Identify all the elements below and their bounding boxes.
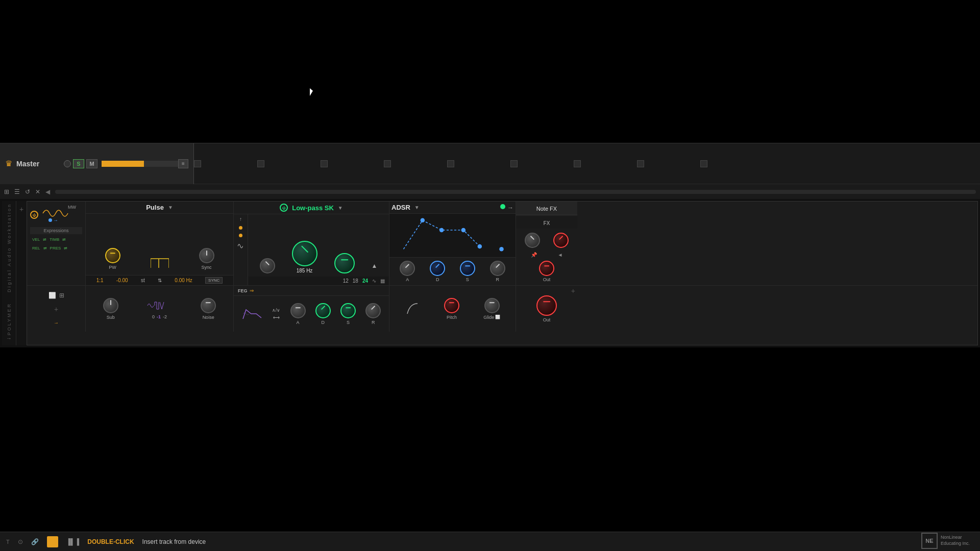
status-icon-t[interactable]: T [6, 539, 10, 545]
sidebar-icon-arrow[interactable]: → [6, 335, 12, 341]
sub-knob[interactable] [103, 298, 118, 313]
pres-label: PRES [50, 246, 61, 251]
db-24-label[interactable]: 24 [362, 278, 368, 284]
adsr-graph-svg [389, 214, 516, 255]
pulse-dropdown-icon[interactable]: ▼ [168, 205, 173, 210]
horizontal-scrollbar[interactable] [55, 190, 976, 194]
record-button[interactable] [64, 160, 71, 167]
osc-power-button[interactable]: ⏻ [30, 211, 38, 219]
feg-d-knob[interactable] [315, 303, 331, 318]
filter-power-button[interactable]: ⏻ [280, 204, 288, 212]
fx-knob1-container [525, 233, 540, 248]
adsr-route-controls: → [500, 204, 513, 211]
volume-fill [102, 161, 144, 167]
solo-button[interactable]: S [73, 159, 84, 168]
glide-knob-container: Glide ⬜ [483, 298, 500, 320]
filter-arrow-up-icon[interactable]: ↑ [239, 216, 242, 222]
timb-label: TIMB [50, 237, 59, 242]
track-cell[interactable] [637, 160, 644, 167]
mod-indicator: → [48, 217, 58, 223]
adsr-r-knob[interactable] [490, 261, 505, 276]
toolbar-icon-rotate[interactable]: ↺ [25, 188, 30, 195]
volume-slider[interactable] [102, 161, 178, 167]
adsr-d-knob[interactable] [430, 261, 445, 276]
svg-point-0 [421, 218, 425, 223]
bottom-add-button[interactable]: + [54, 305, 58, 313]
glide-label: Glide [483, 315, 494, 320]
master-controls: S M [64, 159, 97, 168]
filter-left-icons: ↑ [234, 214, 248, 285]
feg-mode1-icon[interactable]: ∧/∨ [272, 308, 281, 313]
track-cell[interactable] [447, 160, 454, 167]
feg-knobs: ∧/∨ ⟷ A D S [234, 296, 389, 332]
sync-knob[interactable] [199, 248, 214, 263]
db-18-label[interactable]: 18 [353, 278, 358, 284]
noise-knob-container: Noise [201, 298, 216, 320]
status-icon-link[interactable]: 🔗 [31, 538, 39, 545]
adsr-s-knob[interactable] [460, 261, 475, 276]
filter-env-knob[interactable] [334, 253, 355, 273]
status-icon-piano[interactable]: ⊙ [18, 538, 23, 545]
ne-line1: NonLinear [941, 535, 970, 541]
polymer-label: POLYMER [7, 303, 12, 335]
square-wave-svg [151, 256, 169, 270]
toolbar-icon-close[interactable]: ✕ [35, 188, 40, 195]
sub-knob-container: Sub [103, 298, 118, 320]
track-cell[interactable] [194, 160, 201, 167]
main-out-knob[interactable] [536, 295, 557, 316]
square-icon[interactable]: ⬜ [48, 292, 56, 299]
filter-title: Low-pass SK [292, 204, 334, 212]
feg-d-container: D [315, 303, 331, 325]
track-cell[interactable] [574, 160, 581, 167]
feg-mode2-icon[interactable]: ⟷ [273, 315, 280, 320]
feg-wave-svg [242, 307, 262, 321]
filter-dropdown-icon[interactable]: ▼ [338, 205, 343, 211]
feg-s-knob[interactable] [340, 303, 356, 318]
adsr-a-knob[interactable] [400, 261, 415, 276]
filter-res-knob[interactable] [260, 258, 275, 273]
fx-icons-row: 📌 ◄ [516, 251, 577, 259]
adsr-dropdown-icon[interactable]: ▼ [414, 205, 420, 210]
toolbar-collapse-arrow[interactable]: ◀ [45, 188, 50, 195]
db-12-label[interactable]: 12 [343, 278, 349, 284]
menu-button[interactable]: ≡ [178, 159, 188, 168]
track-cell[interactable] [384, 160, 391, 167]
filter-freq-knob[interactable] [292, 241, 317, 266]
feg-a-knob[interactable] [290, 303, 306, 318]
track-cell[interactable] [321, 160, 328, 167]
pitch-knob[interactable] [444, 298, 459, 313]
fx-knob1[interactable] [525, 233, 540, 248]
feg-label: FEG [238, 288, 248, 293]
track-cell[interactable] [257, 160, 264, 167]
svg-point-2 [461, 228, 466, 233]
expr-row2: REL ⇌ PRES ⇌ [30, 245, 82, 252]
sub-osc-controls: Sub 0 -1 -2 [86, 286, 233, 332]
svg-point-1 [439, 228, 444, 233]
mute-button[interactable]: M [86, 159, 97, 168]
track-cell[interactable] [700, 160, 707, 167]
fx-knob2[interactable] [553, 233, 569, 248]
out-knob[interactable] [539, 261, 554, 276]
noise-knob[interactable] [201, 298, 216, 313]
toolbar-icon-list[interactable]: ☰ [14, 188, 20, 195]
glide-knob[interactable] [484, 298, 500, 313]
pw-knob[interactable] [105, 248, 120, 263]
status-icon-bars[interactable]: ▐▌▐ [66, 538, 80, 545]
synth-instrument: ⏻ MW → Expressions VEL [27, 201, 978, 345]
bottom-plus-row: + [54, 305, 58, 313]
mod-arrow-icon: → [53, 217, 58, 223]
toolbar-icon-grid[interactable]: ⊞ [4, 188, 9, 195]
status-orange-button[interactable] [47, 536, 58, 547]
bottom-arrow-icon[interactable]: → [54, 320, 59, 325]
sync-ratio: 1:1 [96, 278, 104, 283]
track-cell[interactable] [510, 160, 518, 167]
wave-icon-2: ▦ [380, 278, 385, 284]
feg-r-knob[interactable] [365, 303, 381, 318]
rel-arrows: ⇌ [43, 246, 47, 251]
default-label: Digital Audio Workstation [7, 203, 12, 292]
pulse-header: Pulse ▼ [86, 202, 233, 214]
add-track-button[interactable]: + [19, 205, 23, 213]
feg-s-container: S [340, 303, 356, 325]
grid-icon[interactable]: ⊞ [59, 292, 64, 299]
filter-header: ⏻ Low-pass SK ▼ [234, 202, 389, 214]
